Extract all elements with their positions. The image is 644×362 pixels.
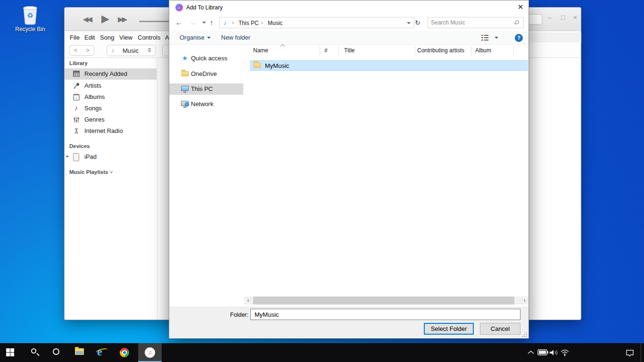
antenna-icon bbox=[72, 127, 80, 135]
itunes-sidebar: Library Recently Added Artists ♪ Albums … bbox=[65, 58, 157, 320]
microphone-icon bbox=[72, 82, 80, 90]
dialog-body: ★ Quick access OneDrive This PC Network bbox=[169, 45, 528, 307]
sidebar-item-albums[interactable]: ♪ Albums bbox=[65, 91, 157, 103]
nav-pane-network[interactable]: Network bbox=[169, 99, 243, 110]
sidebar-item-ipad[interactable]: ▸ iPad bbox=[65, 151, 157, 163]
itunes-forward-button[interactable]: > bbox=[82, 45, 94, 56]
chrome-button[interactable] bbox=[114, 343, 135, 362]
back-arrow-icon[interactable]: ← bbox=[175, 18, 182, 26]
music-note-icon: ♪ bbox=[223, 19, 227, 26]
nav-pane-this-pc[interactable]: This PC bbox=[169, 83, 243, 95]
svg-text:♪: ♪ bbox=[75, 96, 77, 100]
close-icon[interactable]: × bbox=[571, 14, 579, 21]
new-folder-button[interactable]: New folder bbox=[221, 34, 250, 41]
column-header-title[interactable]: Title bbox=[344, 47, 355, 58]
dialog-footer: Folder: Select Folder Cancel bbox=[169, 307, 528, 338]
resize-grip[interactable] bbox=[521, 331, 527, 337]
dialog-close-icon[interactable]: ✕ bbox=[512, 0, 528, 15]
song-note-icon: ♪ bbox=[72, 104, 80, 111]
menu-song[interactable]: Song bbox=[100, 34, 114, 41]
media-picker-dropdown[interactable]: ♪ Music bbox=[107, 45, 156, 56]
address-bar[interactable]: ♪ › This PC › Music bbox=[219, 17, 414, 28]
chevron-updown-icon bbox=[148, 48, 151, 52]
column-header-name[interactable]: Name bbox=[253, 47, 268, 58]
file-name: MyMusic bbox=[265, 62, 289, 69]
breadcrumb-this-pc[interactable]: This PC bbox=[239, 20, 259, 26]
organise-button[interactable]: Organise bbox=[180, 34, 205, 41]
folder-label: Folder: bbox=[225, 312, 248, 318]
cortana-button[interactable] bbox=[46, 343, 67, 362]
devices-header: Devices bbox=[69, 143, 90, 149]
onedrive-folder-icon bbox=[181, 70, 189, 78]
file-row-mymusic[interactable]: MyMusic bbox=[250, 60, 528, 71]
previous-track-button[interactable]: ◀◀ bbox=[83, 15, 91, 24]
itunes-back-button[interactable]: < bbox=[69, 45, 82, 56]
maximize-icon[interactable]: □ bbox=[559, 14, 567, 21]
nav-pane-onedrive[interactable]: OneDrive bbox=[169, 68, 243, 80]
folder-name-input[interactable] bbox=[250, 309, 520, 320]
scroll-right-icon[interactable]: › bbox=[520, 296, 528, 304]
expander-icon[interactable]: ▸ bbox=[66, 154, 69, 158]
help-button[interactable]: ? bbox=[515, 34, 523, 42]
organise-chevron-icon bbox=[207, 37, 211, 39]
volume-icon[interactable] bbox=[549, 349, 559, 356]
library-header: Library bbox=[69, 60, 88, 66]
column-header-contributing-artists[interactable]: Contributing artists bbox=[417, 47, 464, 58]
sidebar-item-songs[interactable]: ♪ Songs bbox=[65, 103, 157, 114]
battery-icon[interactable] bbox=[537, 349, 549, 356]
album-icon: ♪ bbox=[72, 93, 80, 101]
grid-icon bbox=[72, 70, 80, 78]
play-button[interactable]: ▶ bbox=[101, 13, 108, 25]
cancel-button[interactable]: Cancel bbox=[480, 323, 520, 335]
windows-logo-icon bbox=[6, 348, 10, 352]
wifi-icon[interactable] bbox=[560, 349, 570, 356]
menu-edit[interactable]: Edit bbox=[84, 34, 95, 41]
breadcrumb-music[interactable]: Music bbox=[268, 20, 282, 26]
nav-pane-quick-access[interactable]: ★ Quick access bbox=[169, 53, 243, 64]
search-box bbox=[428, 17, 524, 28]
sidebar-item-artists[interactable]: Artists bbox=[65, 80, 157, 91]
minimize-icon[interactable]: – bbox=[545, 14, 554, 21]
show-desktop-button[interactable] bbox=[641, 343, 644, 362]
menu-file[interactable]: File bbox=[70, 34, 80, 41]
search-input[interactable] bbox=[431, 18, 510, 27]
show-hidden-icons-chevron[interactable] bbox=[527, 350, 535, 355]
action-center-icon[interactable] bbox=[625, 349, 635, 357]
sidebar-item-internet-radio[interactable]: Internet Radio bbox=[65, 125, 157, 137]
menu-view[interactable]: View bbox=[119, 34, 132, 41]
sidebar-item-genres[interactable]: Genres bbox=[65, 114, 157, 125]
forward-arrow-icon: → bbox=[189, 18, 196, 26]
internet-explorer-button[interactable]: e bbox=[91, 343, 112, 362]
up-arrow-icon[interactable]: ↑ bbox=[210, 18, 214, 26]
recent-locations-chevron-icon[interactable] bbox=[202, 22, 206, 24]
scroll-left-icon[interactable]: ‹ bbox=[244, 296, 252, 304]
dialog-title-bar: ♪ Add To Library ✕ bbox=[169, 0, 528, 15]
sort-ascending-icon bbox=[281, 44, 285, 49]
recycle-bin-desktop-icon[interactable]: ♻ Recycle Bin bbox=[12, 4, 48, 38]
faders-icon bbox=[72, 116, 80, 123]
column-header-number[interactable]: # bbox=[324, 47, 328, 58]
scrollbar-thumb[interactable] bbox=[253, 296, 514, 304]
select-folder-button[interactable]: Select Folder bbox=[424, 323, 474, 335]
start-button[interactable] bbox=[0, 343, 21, 362]
search-icon[interactable] bbox=[515, 20, 519, 24]
column-header-album[interactable]: Album bbox=[475, 47, 491, 58]
itunes-taskbar-button[interactable]: ♫ bbox=[138, 343, 162, 362]
media-picker-value: Music bbox=[123, 47, 139, 54]
address-dropdown-chevron-icon[interactable] bbox=[407, 22, 411, 24]
this-pc-monitor-icon bbox=[181, 85, 189, 93]
dialog-nav-bar: ← → ↑ ♪ › This PC › Music ↻ bbox=[169, 15, 528, 31]
music-playlists-header[interactable]: Music Playlists ˅ bbox=[69, 169, 113, 175]
view-mode-icon[interactable] bbox=[481, 35, 488, 41]
svg-text:♻: ♻ bbox=[27, 11, 33, 19]
horizontal-scrollbar[interactable]: ‹ › bbox=[244, 296, 528, 304]
dialog-toolbar: Organise New folder ? bbox=[169, 31, 528, 45]
menu-controls[interactable]: Controls bbox=[138, 34, 160, 41]
recycle-bin-label: Recycle Bin bbox=[12, 26, 48, 33]
taskbar-search-button[interactable] bbox=[24, 343, 44, 362]
next-track-button[interactable]: ▶▶ bbox=[118, 15, 126, 24]
file-explorer-button[interactable] bbox=[69, 343, 90, 362]
view-mode-chevron-icon[interactable] bbox=[495, 37, 498, 39]
sidebar-item-recently-added[interactable]: Recently Added bbox=[65, 68, 157, 80]
refresh-icon[interactable]: ↻ bbox=[415, 19, 421, 26]
